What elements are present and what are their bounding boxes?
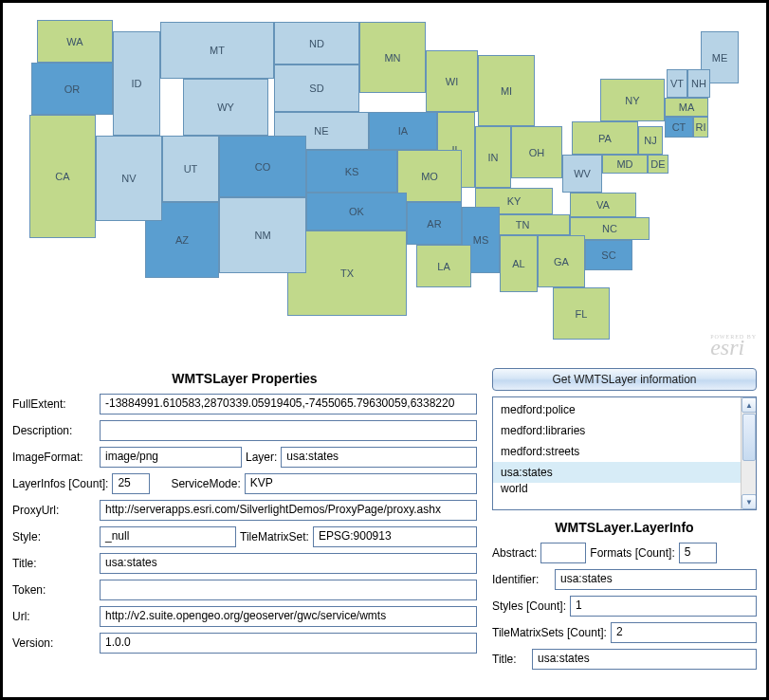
state-ny[interactable]: NY [600, 79, 665, 121]
url-field[interactable]: http://v2.suite.opengeo.org/geoserver/gw… [100, 606, 477, 627]
state-ct[interactable]: CT [665, 117, 693, 138]
listbox-scrollbar[interactable]: ▲ ▼ [741, 397, 756, 509]
state-mo[interactable]: MO [397, 150, 462, 202]
state-mn[interactable]: MN [359, 22, 426, 93]
list-item[interactable]: medford:streets [493, 441, 741, 462]
state-sd[interactable]: SD [274, 64, 359, 112]
map-canvas[interactable]: MENHVTMARICTNJDEMDNYPASCNCVAWVFLGAOHALTN… [3, 3, 766, 363]
layer-label: Layer: [246, 451, 277, 464]
state-ut[interactable]: UT [162, 136, 219, 202]
state-wi[interactable]: WI [426, 50, 478, 112]
formats-count-label: Formats [Count]: [590, 546, 674, 560]
state-nh[interactable]: NH [687, 69, 710, 98]
styles-count-label: Styles [Count]: [492, 599, 566, 613]
identifier-label: Identifier: [492, 573, 551, 586]
scroll-up-icon[interactable]: ▲ [742, 397, 757, 413]
token-field[interactable] [100, 580, 477, 600]
state-in[interactable]: IN [475, 126, 511, 188]
tms-count-label: TileMatrixSets [Count]: [492, 626, 607, 639]
state-la[interactable]: LA [416, 245, 471, 287]
state-ri[interactable]: RI [693, 117, 708, 138]
layer-listbox[interactable]: medford:policemedford:librariesmedford:s… [492, 396, 757, 510]
state-id[interactable]: ID [113, 31, 160, 136]
layerinfo-title-label: Title: [492, 653, 528, 666]
state-ia[interactable]: IA [369, 112, 437, 150]
list-item[interactable]: medford:libraries [493, 420, 741, 441]
scroll-down-icon[interactable]: ▼ [742, 494, 757, 509]
tile-matrix-set-label: TileMatrixSet: [240, 530, 309, 543]
state-al[interactable]: AL [500, 235, 538, 292]
description-field[interactable] [100, 420, 477, 441]
state-ar[interactable]: AR [407, 202, 462, 245]
state-nd[interactable]: ND [274, 22, 359, 64]
image-format-label: ImageFormat: [12, 451, 96, 464]
state-ga[interactable]: GA [538, 235, 585, 287]
state-ok[interactable]: OK [306, 193, 407, 230]
layerinfo-section-title: WMTSLayer.LayerInfo [492, 520, 757, 535]
version-label: Version: [12, 636, 96, 650]
right-panel: Get WMTSLayer information medford:police… [492, 368, 757, 675]
title-label: Title: [12, 557, 96, 570]
state-wy[interactable]: WY [183, 79, 268, 136]
full-extent-label: FullExtent: [12, 397, 96, 411]
state-wa[interactable]: WA [37, 20, 113, 63]
state-md[interactable]: MD [602, 155, 648, 174]
layer-field[interactable]: usa:states [281, 447, 477, 468]
esri-text: esri [710, 335, 744, 359]
full-extent-field[interactable]: -13884991.610583,2870339.05919405,-74550… [100, 394, 477, 414]
layer-infos-field[interactable]: 25 [112, 473, 150, 494]
list-item[interactable]: usa:states [493, 462, 741, 483]
state-ca[interactable]: CA [29, 115, 96, 238]
layer-infos-label: LayerInfos [Count]: [12, 477, 108, 490]
image-format-field[interactable]: image/png [100, 447, 242, 468]
abstract-field[interactable] [540, 543, 586, 563]
style-label: Style: [12, 530, 96, 543]
tms-count-field[interactable]: 2 [611, 622, 757, 643]
left-section-title: WMTSLayer Properties [12, 371, 477, 386]
state-nj[interactable]: NJ [638, 126, 663, 155]
proxy-url-label: ProxyUrl: [12, 504, 96, 517]
list-item[interactable]: world [493, 483, 741, 494]
identifier-field[interactable]: usa:states [555, 569, 757, 590]
url-label: Url: [12, 610, 96, 623]
state-wv[interactable]: WV [562, 155, 602, 193]
abstract-label: Abstract: [492, 546, 537, 560]
style-field[interactable]: _null [100, 526, 236, 547]
list-item[interactable]: medford:police [493, 399, 741, 420]
tile-matrix-set-field[interactable]: EPSG:900913 [313, 526, 477, 547]
proxy-url-field[interactable]: http://serverapps.esri.com/SilverlightDe… [100, 500, 477, 521]
wmts-layer-properties: WMTSLayer Properties FullExtent: -138849… [12, 368, 477, 675]
token-label: Token: [12, 583, 96, 597]
scroll-thumb[interactable] [742, 414, 756, 461]
state-ks[interactable]: KS [306, 150, 397, 193]
state-pa[interactable]: PA [572, 121, 638, 155]
state-va[interactable]: VA [570, 193, 636, 217]
state-mt[interactable]: MT [160, 22, 274, 79]
layerinfo-title-field[interactable]: usa:states [532, 649, 757, 670]
state-sc[interactable]: SC [585, 240, 632, 270]
state-vt[interactable]: VT [667, 69, 687, 98]
state-or[interactable]: OR [31, 63, 113, 115]
description-label: Description: [12, 424, 96, 437]
state-de[interactable]: DE [648, 155, 668, 174]
state-mi[interactable]: MI [478, 55, 535, 126]
service-mode-field[interactable]: KVP [245, 473, 477, 494]
formats-count-field[interactable]: 5 [679, 543, 717, 563]
version-field[interactable]: 1.0.0 [100, 633, 477, 654]
service-mode-label: ServiceMode: [171, 477, 240, 490]
state-nm[interactable]: NM [219, 197, 306, 273]
state-ma[interactable]: MA [665, 98, 708, 117]
app-window: MENHVTMARICTNJDEMDNYPASCNCVAWVFLGAOHALTN… [0, 0, 769, 700]
title-field[interactable]: usa:states [100, 553, 477, 574]
state-nv[interactable]: NV [96, 136, 162, 221]
get-wmts-info-button[interactable]: Get WMTSLayer information [492, 368, 757, 391]
esri-logo: POWERED BY esri [710, 334, 757, 359]
state-co[interactable]: CO [219, 136, 306, 197]
state-fl[interactable]: FL [553, 287, 610, 340]
properties-panel: WMTSLayer Properties FullExtent: -138849… [3, 363, 766, 680]
styles-count-field[interactable]: 1 [570, 596, 757, 617]
state-oh[interactable]: OH [511, 126, 562, 178]
